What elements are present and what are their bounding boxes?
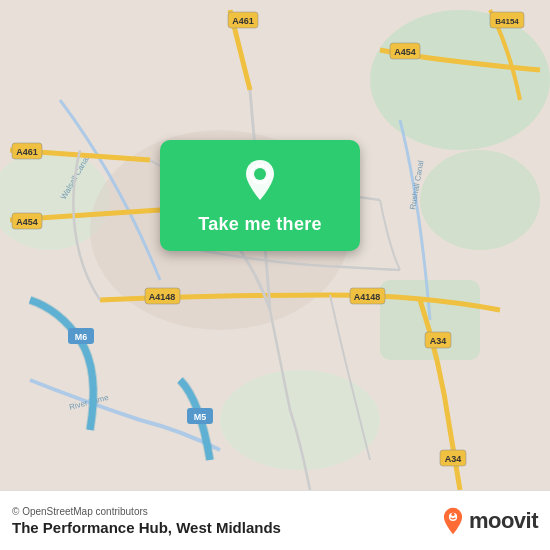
footer: © OpenStreetMap contributors The Perform… — [0, 490, 550, 550]
take-me-there-label: Take me there — [198, 214, 322, 235]
moovit-text: moovit — [469, 508, 538, 534]
moovit-logo: moovit — [439, 507, 538, 535]
osm-attribution: © OpenStreetMap contributors — [12, 506, 281, 517]
location-name: The Performance Hub, West Midlands — [12, 519, 281, 536]
footer-left: © OpenStreetMap contributors The Perform… — [12, 506, 281, 536]
svg-text:B4154: B4154 — [495, 17, 519, 26]
svg-text:A461: A461 — [232, 16, 254, 26]
svg-point-33 — [254, 168, 266, 180]
map-container: Walsall Canal Rushall Canal River Tame M… — [0, 0, 550, 550]
svg-text:M6: M6 — [75, 332, 88, 342]
svg-text:M5: M5 — [194, 412, 207, 422]
svg-text:A34: A34 — [430, 336, 447, 346]
svg-point-36 — [451, 512, 454, 515]
take-me-there-button[interactable]: Take me there — [160, 140, 360, 251]
svg-text:A4148: A4148 — [149, 292, 176, 302]
svg-text:A454: A454 — [394, 47, 416, 57]
location-pin-icon — [236, 156, 284, 204]
svg-point-1 — [370, 10, 550, 150]
svg-point-2 — [420, 150, 540, 250]
svg-text:A34: A34 — [445, 454, 462, 464]
svg-text:A4148: A4148 — [354, 292, 381, 302]
svg-point-4 — [220, 370, 380, 470]
moovit-pin-icon — [439, 507, 467, 535]
svg-text:A461: A461 — [16, 147, 38, 157]
svg-text:A454: A454 — [16, 217, 38, 227]
